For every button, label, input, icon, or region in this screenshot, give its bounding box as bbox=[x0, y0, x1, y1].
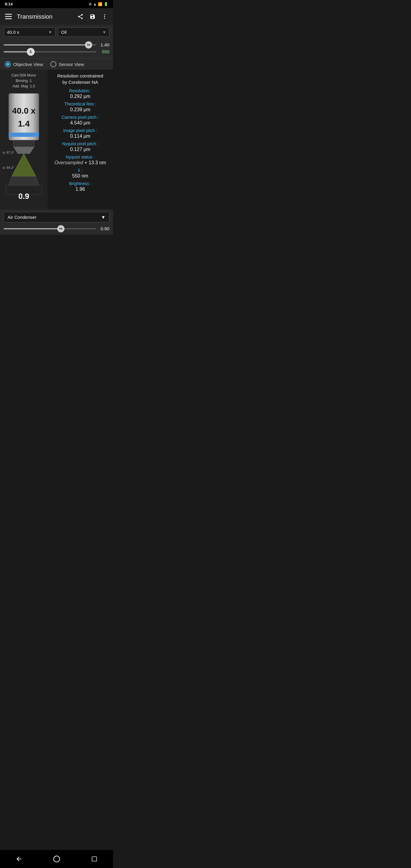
sliders-section: NA 1.40 λ 550 bbox=[0, 39, 113, 59]
resolution-value: 0.292 μm bbox=[51, 94, 110, 99]
svg-rect-7 bbox=[9, 133, 39, 137]
svg-rect-10 bbox=[13, 140, 34, 147]
brightness-label: Brightness : bbox=[51, 181, 110, 186]
objective-view-radio-circle bbox=[5, 61, 11, 67]
objective-view-label: Objective View bbox=[13, 62, 43, 67]
condenser-na-slider-fill bbox=[4, 228, 59, 229]
status-bar: 9:14 ⚙ ▲ 📶 🔋 bbox=[0, 0, 113, 8]
na-slider-row: NA 1.40 bbox=[4, 42, 109, 47]
condenser-na-thumb-label: NA bbox=[59, 227, 62, 230]
condenser-na-slider-row: NA 0.90 bbox=[4, 225, 109, 232]
menu-button[interactable] bbox=[2, 10, 14, 23]
image-pixel-pitch-label: Image pixel pitch : bbox=[51, 128, 110, 133]
nyquist-oversampled: Oversampled bbox=[55, 160, 83, 165]
cam-info-text: Cam:506 Mono Binning :1 Add. Mag :1.0 bbox=[11, 73, 36, 88]
medium-value: Oil bbox=[61, 30, 67, 35]
condenser-na-slider-track[interactable]: NA bbox=[4, 228, 96, 229]
objective-illustration: 40.0 x 1.4 α: 67.3° α: 64.2° 0.9 bbox=[2, 92, 45, 207]
status-time: 9:14 bbox=[5, 2, 13, 6]
info-header: Resolution constrained by Condenser NA bbox=[51, 73, 110, 85]
radio-row: Objective View Sensor View bbox=[0, 59, 113, 70]
settings-icon: ⚙ bbox=[89, 2, 92, 6]
condenser-dropdown[interactable]: Air Condenser ▼ bbox=[4, 212, 109, 222]
condenser-dropdown-arrow: ▼ bbox=[101, 215, 105, 220]
save-button[interactable] bbox=[87, 10, 98, 23]
camera-pixel-pitch-label: Camera pixel pitch : bbox=[51, 115, 110, 120]
objective-panel: Cam:506 Mono Binning :1 Add. Mag :1.0 bbox=[0, 70, 48, 210]
na-thumb-label: NA bbox=[87, 44, 90, 46]
na-slider-fill bbox=[4, 44, 87, 45]
medium-dropdown[interactable]: Oil ▼ bbox=[58, 27, 110, 37]
cam-info: Cam:506 Mono Binning :1 Add. Mag :1.0 bbox=[11, 73, 36, 89]
page-title: Transmission bbox=[17, 13, 74, 20]
sensor-view-radio[interactable]: Sensor View bbox=[50, 61, 84, 67]
resolution-label: Resolution : bbox=[51, 88, 110, 93]
status-icons: ⚙ ▲ 📶 🔋 bbox=[89, 2, 108, 6]
na-slider-value: 1.40 bbox=[98, 42, 109, 47]
info-header-text: Resolution constrained by Condenser NA bbox=[57, 73, 103, 85]
nyquist-pixel-pitch-label: Nyquist pixel pitch : bbox=[51, 141, 110, 146]
svg-marker-14 bbox=[12, 154, 36, 176]
controls-row: 40.0 x ▼ Oil ▼ bbox=[0, 25, 113, 39]
svg-point-5 bbox=[104, 18, 105, 19]
magnification-value: 40.0 x bbox=[7, 30, 19, 35]
theoretical-res-value: 0.239 μm bbox=[51, 107, 110, 113]
theoretical-res-label: Theoretical Res : bbox=[51, 101, 110, 106]
svg-text:α: 64.2°: α: 64.2° bbox=[3, 166, 14, 169]
brightness-value: 1.96 bbox=[51, 187, 110, 192]
lambda-slider-value: 550 bbox=[98, 49, 109, 54]
objective-view-radio[interactable]: Objective View bbox=[5, 61, 43, 67]
lambda-thumb-label: λ bbox=[30, 50, 32, 54]
condenser-section: Air Condenser ▼ NA 0.90 bbox=[0, 210, 113, 235]
svg-rect-0 bbox=[5, 14, 12, 15]
lambda-label: λ : bbox=[51, 168, 110, 173]
image-pixel-pitch-value: 0.114 μm bbox=[51, 133, 110, 139]
info-panel: Resolution constrained by Condenser NA R… bbox=[48, 70, 113, 210]
lambda-slider-track[interactable]: λ bbox=[4, 51, 96, 53]
app-bar: Transmission bbox=[0, 8, 113, 25]
svg-rect-2 bbox=[5, 19, 12, 19]
svg-text:α: 67.3°: α: 67.3° bbox=[3, 151, 14, 154]
lambda-slider-fill bbox=[4, 51, 30, 53]
sensor-view-radio-circle bbox=[50, 61, 56, 67]
lambda-slider-row: λ 550 bbox=[4, 49, 109, 54]
svg-point-4 bbox=[104, 16, 105, 17]
nyquist-status-value: Oversampled + 13.3 nm bbox=[51, 160, 110, 165]
svg-text:1.4: 1.4 bbox=[18, 119, 30, 128]
condenser-na-slider-thumb[interactable]: NA bbox=[57, 225, 64, 232]
svg-marker-16 bbox=[9, 176, 39, 185]
na-slider-thumb[interactable]: NA bbox=[85, 41, 92, 49]
nyquist-status-label: Nyquist status : bbox=[51, 155, 110, 159]
svg-text:40.0 x: 40.0 x bbox=[12, 106, 36, 116]
sensor-view-label: Sensor View bbox=[59, 62, 84, 67]
share-button[interactable] bbox=[74, 10, 87, 23]
lambda-slider-thumb[interactable]: λ bbox=[27, 48, 35, 56]
more-button[interactable] bbox=[98, 10, 110, 23]
camera-pixel-pitch-value: 4.540 μm bbox=[51, 120, 110, 126]
objective-svg: 40.0 x 1.4 α: 67.3° α: 64.2° 0.9 bbox=[3, 92, 45, 207]
battery-icon: 🔋 bbox=[104, 2, 108, 6]
svg-marker-13 bbox=[13, 147, 34, 154]
magnification-dropdown[interactable]: 40.0 x ▼ bbox=[4, 27, 56, 37]
svg-point-3 bbox=[104, 14, 105, 16]
na-slider-track[interactable]: NA bbox=[4, 44, 96, 45]
condenser-na-value: 0.90 bbox=[98, 226, 109, 231]
condenser-label: Air Condenser bbox=[7, 215, 36, 220]
main-content: Cam:506 Mono Binning :1 Add. Mag :1.0 bbox=[0, 70, 113, 210]
nyquist-pixel-pitch-value: 0.127 μm bbox=[51, 147, 110, 152]
signal-icon: 📶 bbox=[98, 2, 102, 6]
svg-text:0.9: 0.9 bbox=[19, 192, 29, 201]
svg-rect-1 bbox=[5, 16, 12, 17]
lambda-value: 550 nm bbox=[51, 173, 110, 179]
magnification-dropdown-arrow: ▼ bbox=[49, 30, 52, 34]
nyquist-status-extra: + 13.3 nm bbox=[84, 160, 106, 165]
wifi-icon: ▲ bbox=[93, 2, 97, 6]
medium-dropdown-arrow: ▼ bbox=[102, 30, 106, 34]
